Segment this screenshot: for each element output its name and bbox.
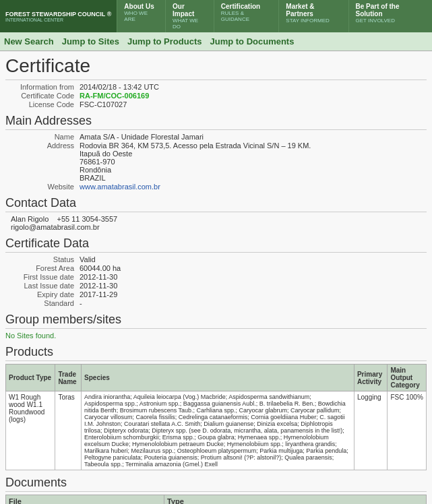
- species-cell: Andira iniorantha; Aquileia leiocarpa (V…: [82, 391, 354, 470]
- forest-area-label: Forest Area: [5, 264, 80, 272]
- products-table: Product Type Trade Name Species Primary …: [5, 364, 427, 470]
- col-main-output: Main Output Category: [388, 365, 427, 391]
- status-row: Status Valid: [5, 255, 427, 263]
- contact-data-title: Contact Data: [5, 196, 427, 212]
- certificate-info-block: Information from 2014/02/18 - 13:42 UTC …: [5, 83, 427, 108]
- secondary-navigation: New Search Jump to Sites Jump to Product…: [0, 32, 432, 51]
- expiry-label: Expiry date: [5, 290, 80, 298]
- products-header-row: Product Type Trade Name Species Primary …: [6, 365, 427, 391]
- contact-block: Alan Rigolo +55 11 3054-3557 rigolo@amat…: [11, 215, 427, 231]
- license-code-row: License Code FSC-C107027: [5, 100, 427, 108]
- name-value: Amata S/A - Unidade Florestal Jamari: [80, 133, 204, 141]
- info-from-label: Information from: [5, 83, 80, 91]
- nav-items: About Us WHO WE ARE Our Impact WHAT WE D…: [117, 0, 432, 32]
- documents-table: File Type Assessment 2012 POR.pdf Public…: [5, 495, 427, 504]
- col-trade-name: Trade Name: [55, 365, 82, 391]
- products-title: Products: [5, 345, 427, 361]
- website-value: www.amatabrasil.com.br: [80, 183, 160, 191]
- logo-title: Forest Stewardship Council ®: [5, 11, 111, 18]
- contact-name: Alan Rigolo +55 11 3054-3557: [11, 215, 427, 223]
- col-primary-activity: Primary Activity: [354, 365, 387, 391]
- nav-about-label: About Us: [124, 3, 158, 10]
- cert-code-row: Certificate Code RA-FM/COC-006169: [5, 92, 427, 100]
- info-from-row: Information from 2014/02/18 - 13:42 UTC: [5, 83, 427, 91]
- cert-data-block: Status Valid Forest Area 60044.00 ha Fir…: [5, 255, 427, 307]
- col-product-type: Product Type: [6, 365, 55, 391]
- nav-cert-sub: RULES & GUIDANCE: [221, 10, 272, 22]
- col-file: File: [6, 495, 164, 505]
- top-navigation: Forest Stewardship Council ® INTERNATION…: [0, 0, 432, 32]
- no-sites-message: No Sites found.: [5, 332, 427, 340]
- jump-documents-link[interactable]: Jump to Documents: [210, 36, 294, 46]
- website-label: Website: [5, 183, 80, 191]
- first-issue-value: 2012-11-30: [80, 273, 117, 281]
- forest-area-row: Forest Area 60044.00 ha: [5, 264, 427, 272]
- website-link[interactable]: www.amatabrasil.com.br: [80, 183, 160, 191]
- product-type-cell: W1 Rough wood W1.1 Roundwood (logs): [6, 391, 55, 470]
- address-label: Address: [5, 141, 80, 182]
- status-label: Status: [5, 255, 80, 263]
- primary-activity-cell: Logging: [354, 391, 387, 470]
- expiry-row: Expiry date 2017-11-29: [5, 290, 427, 298]
- jump-products-link[interactable]: Jump to Products: [127, 36, 202, 46]
- nav-about[interactable]: About Us WHO WE ARE: [117, 0, 165, 32]
- trade-name-cell: Toras: [55, 391, 82, 470]
- logo-subtitle: INTERNATIONAL CENTER: [5, 18, 111, 22]
- nav-market-label: Market & Partners: [286, 3, 341, 18]
- nav-bepart-label: Be Part of the Solution: [356, 3, 425, 18]
- website-row: Website www.amatabrasil.com.br: [5, 183, 427, 191]
- table-row: W1 Rough wood W1.1 Roundwood (logs) Tora…: [6, 391, 427, 470]
- address-value: Rodovia BR 364, KM 573,5. Acesso pela Es…: [80, 141, 311, 182]
- first-issue-label: First Issue date: [5, 273, 80, 281]
- standard-label: Standard: [5, 299, 80, 307]
- cert-code-label: Certificate Code: [5, 92, 80, 100]
- address-line-5: BRAZIL: [80, 174, 106, 182]
- nav-about-sub: WHO WE ARE: [124, 10, 158, 22]
- nav-bepart-sub: GET INVOLVED: [356, 18, 425, 24]
- status-value: Valid: [80, 255, 96, 263]
- main-addresses-block: Name Amata S/A - Unidade Florestal Jamar…: [5, 133, 427, 191]
- expiry-value: 2017-11-29: [80, 290, 117, 298]
- nav-impact[interactable]: Our Impact WHAT WE DO: [165, 0, 214, 32]
- nav-cert-label: Certification: [221, 3, 272, 10]
- last-issue-value: 2012-11-30: [80, 282, 117, 290]
- standard-row: Standard -: [5, 299, 427, 307]
- nav-bepart[interactable]: Be Part of the Solution GET INVOLVED: [348, 0, 432, 32]
- col-type: Type: [164, 495, 426, 505]
- main-content: Certificate Information from 2014/02/18 …: [0, 51, 432, 504]
- address-line-4: Rondônia: [80, 166, 111, 174]
- last-issue-label: Last Issue date: [5, 282, 80, 290]
- col-species: Species: [82, 365, 354, 391]
- new-search-link[interactable]: New Search: [4, 36, 54, 46]
- group-members-title: Group members/sites: [5, 313, 427, 329]
- jump-sites-link[interactable]: Jump to Sites: [62, 36, 119, 46]
- docs-header-row: File Type: [6, 495, 427, 505]
- address-line-3: 76861-970: [80, 158, 115, 166]
- main-addresses-title: Main Addresses: [5, 114, 427, 130]
- logo: Forest Stewardship Council ® INTERNATION…: [0, 0, 117, 32]
- nav-impact-sub: WHAT WE DO: [173, 18, 207, 30]
- cert-code-value: RA-FM/COC-006169: [80, 92, 149, 100]
- first-issue-row: First Issue date 2012-11-30: [5, 273, 427, 281]
- certificate-data-title: Certificate Data: [5, 237, 427, 253]
- forest-area-value: 60044.00 ha: [80, 264, 121, 272]
- address-row: Address Rodovia BR 364, KM 573,5. Acesso…: [5, 141, 427, 182]
- nav-impact-label: Our Impact: [173, 3, 207, 18]
- main-output-cell: FSC 100%: [388, 391, 427, 470]
- documents-title: Documents: [5, 476, 427, 492]
- info-from-value: 2014/02/18 - 13:42 UTC: [80, 83, 159, 91]
- nav-market[interactable]: Market & Partners STAY INFORMED: [278, 0, 348, 32]
- name-label: Name: [5, 133, 80, 141]
- nav-market-sub: STAY INFORMED: [286, 18, 341, 24]
- license-code-value: FSC-C107027: [80, 100, 127, 108]
- address-line-2: Itapuã do Oeste: [80, 150, 132, 158]
- address-line-1: Rodovia BR 364, KM 573,5. Acesso pela Es…: [80, 141, 311, 150]
- last-issue-row: Last Issue date 2012-11-30: [5, 282, 427, 290]
- contact-email: rigolo@amatabrasil.com.br: [11, 223, 427, 231]
- standard-value: -: [80, 299, 82, 307]
- nav-certification[interactable]: Certification RULES & GUIDANCE: [214, 0, 279, 32]
- page-title: Certificate: [5, 55, 427, 80]
- name-row: Name Amata S/A - Unidade Florestal Jamar…: [5, 133, 427, 141]
- license-code-label: License Code: [5, 100, 80, 108]
